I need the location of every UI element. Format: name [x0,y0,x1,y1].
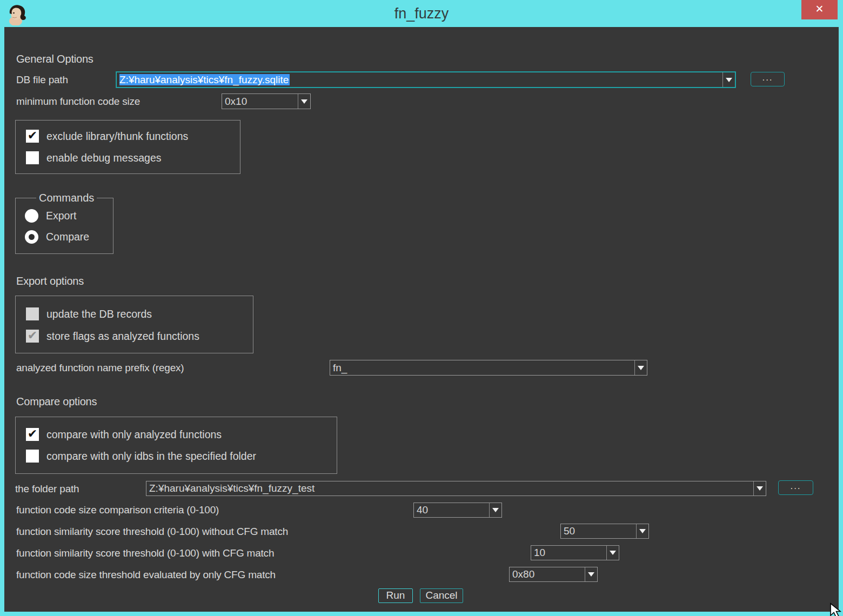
checkbox-label: enable debug messages [46,152,162,164]
checkbox-box[interactable]: ✔ [26,130,39,143]
cursor-arrow [828,602,843,616]
prefix-value: fn_ [330,362,634,374]
window-title: fn_fuzzy [0,0,843,27]
checkbox-box[interactable]: ✔ [26,307,39,320]
folder-path-label: the folder path [15,483,79,495]
general-checkbox-group [15,120,240,174]
similarity-without-cfg-combo[interactable]: 50 [560,524,649,539]
radio-dot [29,234,35,240]
radio-export[interactable]: Export [25,209,76,223]
radio-label: Export [46,210,76,222]
radio-label: Compare [46,231,89,243]
checkbox-exclude-library-thunk[interactable]: ✔ exclude library/thunk functions [26,129,188,143]
cancel-button[interactable]: Cancel [420,588,463,603]
selected-text: Z:¥haru¥analysis¥tics¥fn_fuzzy.sqlite [119,74,290,85]
code-size-criteria-combo[interactable]: 40 [413,503,502,518]
commands-group-legend: Commands [36,192,97,204]
commands-group: Commands [15,198,113,254]
prefix-combo[interactable]: fn_ [330,360,647,376]
checkbox-label: compare with only idbs in the specified … [46,450,256,463]
size-threshold-cfg-combo[interactable]: 0x80 [509,567,598,582]
compare-checkbox-group [15,417,337,474]
min-size-value: 0x10 [222,96,298,108]
checkbox-label: compare with only analyzed functions [46,428,222,441]
checkbox-box[interactable]: ✔ [26,330,39,343]
db-file-path-combo[interactable]: Z:¥haru¥analysis¥tics¥fn_fuzzy.sqlite [116,72,735,88]
checkbox-label: exclude library/thunk functions [46,130,188,143]
checkbox-label: update the DB records [46,308,152,320]
checkbox-compare-idbs[interactable]: ✔ compare with only idbs in the specifie… [26,449,256,463]
checkbox-update-db[interactable]: ✔ update the DB records [26,307,152,321]
run-button[interactable]: Run [378,588,413,603]
row-label-similarity-with-cfg: function similarity score threshold (0-1… [16,547,274,559]
chevron-down-icon[interactable] [634,360,647,375]
checkbox-compare-analyzed[interactable]: ✔ compare with only analyzed functions [26,427,222,441]
checkbox-box[interactable]: ✔ [26,428,39,441]
combo-value: 40 [414,504,489,516]
folder-path-browse-button[interactable]: ... [778,480,813,495]
chevron-down-icon[interactable] [636,524,648,538]
fn-fuzzy-dialog: fn_fuzzy ✕ General Options DB file path … [0,0,843,616]
radio-compare[interactable]: Compare [25,230,89,244]
general-options-heading: General Options [16,53,93,65]
export-options-heading: Export options [16,275,84,287]
radio-button[interactable] [25,209,38,223]
chevron-down-icon[interactable] [753,481,766,496]
checkmark-icon: ✔ [28,130,37,142]
db-file-path-label: DB file path [16,74,68,86]
radio-button[interactable] [25,230,38,244]
titlebar[interactable]: fn_fuzzy ✕ [0,0,843,27]
row-label-similarity-without-cfg: function similarity score threshold (0-1… [16,526,288,538]
checkbox-box[interactable]: ✔ [26,450,39,463]
min-size-label: minimum function code size [16,96,140,108]
row-label-size-threshold-cfg: function code size threshold evaluated b… [16,569,276,581]
combo-value: 0x80 [510,568,585,580]
db-path-browse-button[interactable]: ... [751,72,785,86]
prefix-label: analyzed function name prefix (regex) [16,362,184,374]
checkbox-label: store flags as analyzed functions [46,330,199,343]
export-checkbox-group [15,296,253,353]
chevron-down-icon[interactable] [606,546,619,560]
checkmark-icon: ✔ [28,330,37,342]
checkmark-icon: ✔ [28,428,37,440]
row-label-code-size-criteria: function code size comparison criteria (… [16,504,219,516]
close-button[interactable]: ✕ [801,0,838,19]
chevron-down-icon[interactable] [489,503,501,517]
combo-value: 10 [531,547,606,559]
chevron-down-icon[interactable] [298,94,310,109]
checkbox-store-flags[interactable]: ✔ store flags as analyzed functions [26,329,199,343]
chevron-down-icon[interactable] [585,567,597,581]
chevron-down-icon[interactable] [722,72,735,87]
similarity-with-cfg-combo[interactable]: 10 [531,545,619,560]
db-file-path-value: Z:¥haru¥analysis¥tics¥fn_fuzzy.sqlite [117,74,722,86]
folder-path-combo[interactable]: Z:¥haru¥analysis¥tics¥fn_fuzzy_test [146,481,766,496]
checkbox-box[interactable]: ✔ [26,151,39,164]
checkbox-enable-debug[interactable]: ✔ enable debug messages [26,151,162,165]
compare-options-heading: Compare options [16,396,97,408]
min-size-combo[interactable]: 0x10 [222,93,311,109]
folder-path-value: Z:¥haru¥analysis¥tics¥fn_fuzzy_test [146,483,753,494]
combo-value: 50 [561,525,636,537]
